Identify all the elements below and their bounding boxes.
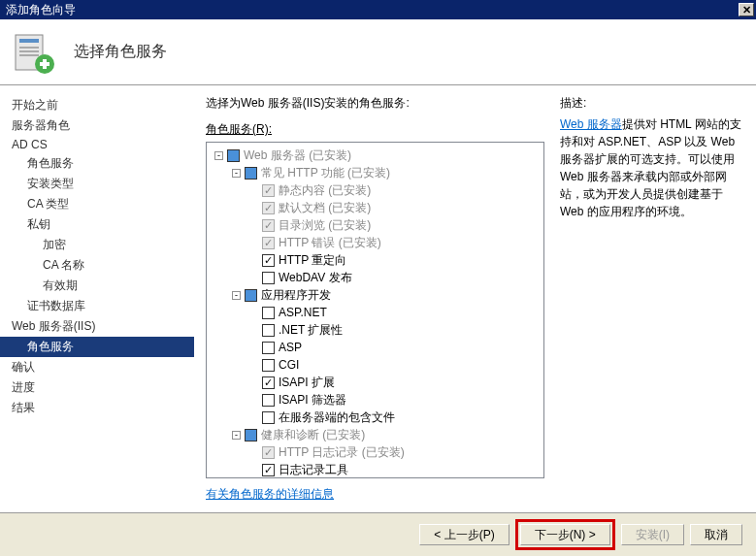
tree-node-label: 目录浏览 (已安装) (279, 217, 371, 234)
tree-node-label: WebDAV 发布 (279, 270, 352, 286)
next-button-highlight: 下一步(N) > (515, 519, 615, 550)
sidebar-item[interactable]: 加密 (0, 235, 194, 255)
tree-node-label: 默认文档 (已安装) (279, 200, 371, 216)
sidebar: 开始之前服务器角色AD CS角色服务安装类型CA 类型私钥加密CA 名称有效期证… (0, 85, 194, 512)
checkbox[interactable] (262, 359, 275, 372)
tree-node[interactable]: -应用程序开发 (207, 286, 543, 304)
tree-node[interactable]: CGI (207, 356, 543, 374)
cancel-button[interactable]: 取消 (690, 524, 742, 545)
checkbox[interactable] (262, 272, 275, 284)
tree-node[interactable]: HTTP 错误 (已安装) (207, 234, 543, 251)
tree-node-label: HTTP 日志记录 (已安装) (279, 444, 405, 461)
svg-rect-1 (19, 39, 39, 43)
tree-node-label: 常见 HTTP 功能 (已安装) (261, 165, 390, 181)
sidebar-item[interactable]: Web 服务器(IIS) (0, 316, 194, 337)
tree-node-label: 静态内容 (已安装) (279, 182, 371, 199)
checkbox[interactable] (262, 394, 275, 407)
checkbox[interactable] (262, 411, 275, 424)
tree-node[interactable]: 静态内容 (已安装) (207, 181, 543, 199)
tree-node[interactable]: HTTP 日志记录 (已安装) (207, 443, 543, 461)
tree-node-label: 应用程序开发 (261, 287, 331, 304)
svg-rect-7 (43, 59, 47, 69)
tree-node[interactable]: -健康和诊断 (已安装) (207, 426, 543, 443)
tree-node-label: 在服务器端的包含文件 (279, 409, 395, 426)
sidebar-item[interactable]: CA 名称 (0, 255, 194, 276)
checkbox (262, 202, 275, 214)
footer: < 上一步(P) 下一步(N) > 安装(I) 取消 (0, 512, 756, 556)
checkbox[interactable] (245, 429, 257, 442)
tree-node[interactable]: ASP (207, 339, 543, 356)
instruction-text: 选择为Web 服务器(IIS)安装的角色服务: (206, 95, 544, 112)
tree-node[interactable]: 目录浏览 (已安装) (207, 216, 543, 234)
checkbox[interactable] (262, 254, 275, 267)
collapse-icon[interactable]: - (214, 151, 223, 160)
checkbox[interactable] (262, 342, 275, 354)
tree-node-label: CGI (279, 358, 299, 372)
tree-node[interactable]: ASP.NET (207, 304, 543, 321)
close-button[interactable]: ✕ (739, 3, 754, 16)
install-button: 安装(I) (621, 524, 684, 545)
checkbox[interactable] (227, 149, 240, 162)
tree-node[interactable]: 默认文档 (已安装) (207, 199, 543, 216)
titlebar: 添加角色向导 ✕ (0, 0, 756, 19)
tree-node[interactable]: -Web 服务器 (已安装) (207, 147, 543, 164)
sidebar-item[interactable]: 证书数据库 (0, 296, 194, 316)
page-title: 选择角色服务 (74, 42, 167, 62)
sidebar-item[interactable]: 角色服务 (0, 337, 194, 357)
collapse-icon[interactable]: - (232, 169, 241, 178)
tree-node-label: HTTP 重定向 (279, 252, 346, 269)
sidebar-item[interactable]: 进度 (0, 377, 194, 398)
sidebar-item[interactable]: CA 类型 (0, 194, 194, 214)
description-link[interactable]: Web 服务器 (560, 117, 622, 131)
tree-node[interactable]: HTTP 重定向 (207, 251, 543, 269)
tree-node[interactable]: ISAPI 筛选器 (207, 391, 543, 409)
tree-node[interactable]: 日志记录工具 (207, 461, 543, 478)
tree-node-label: ISAPI 筛选器 (279, 392, 346, 409)
role-services-label: 角色服务(R): (206, 121, 544, 138)
description-label: 描述: (560, 95, 744, 112)
tree-node-label: .NET 扩展性 (279, 322, 343, 339)
previous-button[interactable]: < 上一步(P) (419, 524, 509, 545)
tree-node[interactable]: ISAPI 扩展 (207, 374, 543, 391)
role-services-tree[interactable]: -Web 服务器 (已安装)-常见 HTTP 功能 (已安装)静态内容 (已安装… (206, 142, 544, 478)
collapse-icon[interactable]: - (232, 431, 241, 440)
sidebar-item[interactable]: 服务器角色 (0, 115, 194, 136)
sidebar-item[interactable]: 确认 (0, 357, 194, 377)
checkbox (262, 184, 275, 197)
description-text: Web 服务器提供对 HTML 网站的支持和对 ASP.NET、ASP 以及 W… (560, 115, 744, 220)
sidebar-item[interactable]: 角色服务 (0, 153, 194, 174)
tree-node[interactable]: WebDAV 发布 (207, 269, 543, 286)
tree-node-label: HTTP 错误 (已安装) (279, 235, 381, 251)
tree-node[interactable]: 在服务器端的包含文件 (207, 409, 543, 426)
checkbox[interactable] (262, 376, 275, 389)
checkbox (262, 446, 275, 459)
sidebar-item[interactable]: 私钥 (0, 214, 194, 235)
wizard-icon (10, 29, 56, 76)
svg-rect-2 (19, 47, 39, 49)
sidebar-item[interactable]: 有效期 (0, 276, 194, 296)
details-link[interactable]: 有关角色服务的详细信息 (206, 486, 544, 503)
checkbox[interactable] (262, 307, 275, 319)
tree-node-label: ASP.NET (279, 306, 327, 319)
sidebar-item[interactable]: 结果 (0, 398, 194, 418)
sidebar-item[interactable]: AD CS (0, 136, 194, 153)
tree-node[interactable]: .NET 扩展性 (207, 321, 543, 339)
tree-node-label: Web 服务器 (已安装) (244, 147, 351, 164)
header: 选择角色服务 (0, 19, 756, 85)
next-button[interactable]: 下一步(N) > (520, 524, 610, 545)
checkbox[interactable] (262, 464, 275, 476)
checkbox[interactable] (245, 289, 257, 302)
checkbox[interactable] (245, 167, 257, 180)
checkbox[interactable] (262, 324, 275, 337)
svg-rect-3 (19, 50, 39, 52)
tree-node-label: ISAPI 扩展 (279, 375, 335, 391)
tree-node[interactable]: -常见 HTTP 功能 (已安装) (207, 164, 543, 181)
checkbox (262, 237, 275, 249)
collapse-icon[interactable]: - (232, 291, 241, 300)
tree-node-label: 健康和诊断 (已安装) (261, 427, 365, 443)
tree-node-label: ASP (279, 341, 302, 354)
sidebar-item[interactable]: 开始之前 (0, 95, 194, 115)
sidebar-item[interactable]: 安装类型 (0, 174, 194, 194)
svg-rect-4 (19, 54, 39, 56)
checkbox (262, 219, 275, 232)
